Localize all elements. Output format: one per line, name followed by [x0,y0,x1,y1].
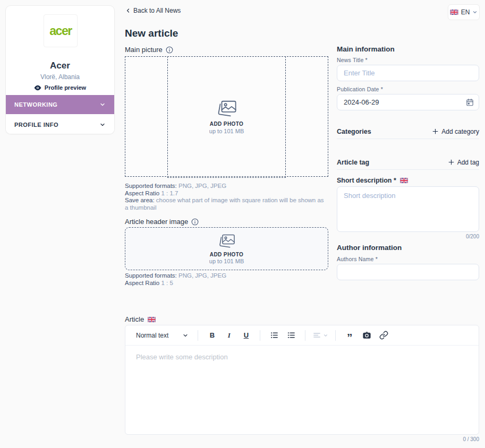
short-description-textarea[interactable] [337,186,479,232]
short-description-label-row: Short description * [337,177,408,184]
profile-preview-label: Profile preview [45,84,86,91]
news-title-label: News Title * [337,57,368,63]
ratio-value: 1 : 5 [161,280,173,286]
article-label-row: Article [125,315,156,323]
add-category-label: Add category [441,128,479,135]
format-select[interactable]: Normal text [136,332,191,339]
eye-icon [34,85,41,91]
article-counter: 0 / 300 [125,436,479,442]
article-tag-row: Article tag Add tag [337,155,479,170]
align-left-icon [312,331,321,340]
editor-toolbar: Normal text B I U [125,325,479,346]
bold-button[interactable]: B [205,329,219,342]
uk-flag-icon [400,178,408,183]
ratio-label: Aspect Ratio [125,190,159,196]
toolbar-separator [198,330,198,341]
language-value: EN [461,8,470,16]
chevron-down-icon [182,332,189,339]
bullet-list-icon [270,331,279,340]
company-name: Acer [6,61,114,71]
align-button[interactable] [312,329,328,342]
header-image-label-row: Article header image [125,218,199,226]
language-selector[interactable]: EN [448,4,480,20]
toolbar-separator [335,330,336,341]
add-tag-button[interactable]: Add tag [448,159,479,166]
add-category-button[interactable]: Add category [432,128,479,135]
article-editor: Normal text B I U [125,325,479,435]
sidebar-item-networking[interactable]: NETWORKING [6,95,114,114]
toolbar-separator [260,330,260,341]
blockquote-button[interactable]: ” [343,329,356,342]
caret-down-icon [472,10,478,15]
ordered-list-button[interactable] [284,329,298,342]
networking-label: NETWORKING [14,101,57,108]
add-photo-icon [217,100,237,118]
info-icon[interactable] [166,46,173,54]
main-picture-hints: Supported formats: PNG, JPG, JPEG Aspect… [125,183,328,211]
categories-row: Categories Add category [337,124,479,139]
author-information-title: Author information [337,244,402,252]
camera-icon [362,330,372,340]
add-photo-label: ADD PHOTO [210,252,243,257]
insert-image-button[interactable] [360,329,373,342]
formats-value: PNG, JPG, JPEG [178,272,226,279]
chevron-down-icon [99,122,106,128]
save-area-hint: choose what part of image with square ra… [125,197,324,211]
back-link-label: Back to All News [133,7,181,14]
profile-preview-button[interactable]: Profile preview [6,84,114,91]
save-area-label: Save area: [125,197,155,203]
short-description-counter: 0/200 [337,234,479,239]
authors-name-input[interactable] [337,264,479,280]
main-picture-label: Main picture [125,46,163,54]
underline-button[interactable]: U [239,329,253,342]
header-image-label: Article header image [125,218,188,226]
chevron-down-icon [99,101,106,108]
add-photo-icon [218,234,235,249]
chevron-down-icon [323,333,328,338]
company-logo: acer [44,14,78,47]
profile-info-label: PROFILE INFO [14,122,58,128]
main-information-title: Main information [337,45,395,53]
formats-label: Supported formats: [125,272,177,279]
ratio-value: 1 : 1.7 [161,190,178,196]
acer-logo: acer [49,24,71,38]
ratio-label: Aspect Ratio [125,280,159,286]
categories-label: Categories [337,128,371,135]
format-value: Normal text [136,332,168,339]
article-content-area[interactable]: Please write some description [125,346,479,434]
add-tag-label: Add tag [457,159,479,166]
header-image-dropzone[interactable]: ADD PHOTO up to 101 MB [125,227,328,270]
publication-date-label: Publication Date * [337,86,383,92]
plus-icon [448,159,455,166]
back-to-all-news-link[interactable]: Back to All News [125,7,181,14]
bullet-list-button[interactable] [267,329,281,342]
size-limit-label: up to 101 MB [209,128,244,134]
publication-date-input[interactable] [337,94,479,110]
size-limit-label: up to 101 MB [209,258,244,264]
uk-flag-icon [450,10,458,15]
short-description-label: Short description * [337,177,396,184]
toolbar-separator [305,330,305,341]
sidebar-item-profile-info[interactable]: PROFILE INFO [6,114,114,134]
formats-value: PNG, JPG, JPEG [178,183,226,189]
page-title: New article [125,28,178,39]
insert-link-button[interactable] [377,329,390,342]
publication-date-field [337,94,479,110]
article-tag-label: Article tag [337,159,369,166]
authors-name-label: Authors Name * [337,256,378,262]
plus-icon [432,128,439,135]
thumbnail-save-area[interactable]: ADD PHOTO up to 101 MB [167,56,286,178]
info-icon[interactable] [191,218,199,226]
company-profile-card: acer Acer Vlorë, Albania Profile preview… [5,5,115,134]
formats-label: Supported formats: [125,183,177,189]
add-photo-label: ADD PHOTO [210,121,243,127]
uk-flag-icon [148,317,156,322]
main-picture-dropzone[interactable]: ADD PHOTO up to 101 MB [125,56,328,177]
italic-button[interactable]: I [222,329,236,342]
article-label: Article [125,315,144,323]
link-icon [379,331,388,340]
editor-placeholder: Please write some description [136,353,228,361]
news-title-input[interactable] [337,65,479,81]
header-image-hints: Supported formats: PNG, JPG, JPEG Aspect… [125,272,328,287]
new-article-page: acer Acer Vlorë, Albania Profile preview… [0,0,485,448]
